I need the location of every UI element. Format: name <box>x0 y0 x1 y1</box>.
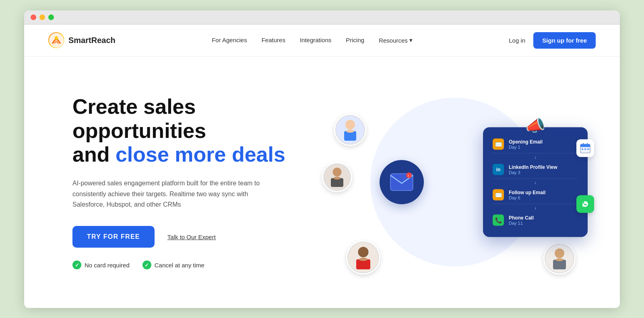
svg-point-3 <box>345 120 355 129</box>
svg-point-1 <box>55 36 58 40</box>
person-3-icon <box>347 242 379 273</box>
nav-link-resources[interactable]: Resources ▾ <box>379 37 413 44</box>
svg-point-13 <box>359 258 368 261</box>
nav-item-pricing[interactable]: Pricing <box>346 37 364 44</box>
avatar-4 <box>543 242 576 275</box>
person-2-icon <box>323 163 351 191</box>
hero-cta: TRY FOR FREE Talk to Our Expert <box>72 226 322 248</box>
step-3-day: Day 6 <box>509 195 578 200</box>
step-1-day: Day 1 <box>509 145 578 150</box>
close-dot[interactable] <box>31 14 36 20</box>
no-card-label: No card required <box>85 262 130 269</box>
no-card-badge: ✓ No card required <box>72 261 130 269</box>
chevron-down-icon: ▾ <box>409 37 413 44</box>
logo-icon <box>48 32 64 48</box>
svg-point-11 <box>358 247 369 257</box>
campaign-step-1: ✉️ Opening Email Day 1 <box>493 135 578 154</box>
browser-chrome <box>24 10 620 25</box>
calendar-badge <box>576 140 594 157</box>
navbar: SmartReach For Agencies Features Integra… <box>24 25 620 57</box>
svg-point-15 <box>555 248 564 258</box>
step-1-title: Opening Email <box>509 139 578 145</box>
step-4-day: Day 11 <box>509 221 578 226</box>
avatar-2 <box>322 162 352 192</box>
check-icon-1: ✓ <box>72 261 81 269</box>
nav-item-integrations[interactable]: Integrations <box>300 37 331 44</box>
check-icon-2: ✓ <box>142 261 151 269</box>
nav-link-agencies[interactable]: For Agencies <box>212 37 247 43</box>
hero-right: ! 📣 <box>322 82 588 283</box>
step-arrow-3: ↓ <box>493 204 578 211</box>
followup-email-icon: ✉️ <box>493 189 504 201</box>
nav-link-integrations[interactable]: Integrations <box>300 37 331 43</box>
svg-point-7 <box>333 168 342 176</box>
hero-description: AI-powered sales engagement platform bui… <box>72 178 266 210</box>
nav-item-agencies[interactable]: For Agencies <box>212 37 247 44</box>
svg-point-5 <box>346 129 354 133</box>
step-arrow-2: ↓ <box>493 179 578 186</box>
hero-title-blue: close more deals <box>116 143 285 166</box>
person-1-icon <box>335 115 365 145</box>
opening-email-icon: ✉️ <box>493 139 504 150</box>
hero-badges: ✓ No card required ✓ Cancel at any time <box>72 261 322 269</box>
cancel-label: Cancel at any time <box>155 262 204 269</box>
step-2-day: Day 3 <box>509 170 578 175</box>
step-4-title: Phone Call <box>509 215 578 221</box>
step-3-info: Follow up Email Day 6 <box>509 190 578 200</box>
minimize-dot[interactable] <box>39 14 45 20</box>
step-arrow-1: ↓ <box>493 154 578 161</box>
hero-title: Create sales opportunities and close mor… <box>72 95 322 167</box>
svg-rect-28 <box>584 149 586 150</box>
email-center-icon: ! <box>380 160 424 204</box>
megaphone-icon: 📣 <box>525 116 545 135</box>
svg-point-20 <box>406 172 412 178</box>
svg-rect-24 <box>580 146 590 147</box>
nav-item-features[interactable]: Features <box>262 37 285 44</box>
nav-item-resources[interactable]: Resources ▾ <box>379 37 413 44</box>
svg-rect-27 <box>582 149 583 150</box>
nav-link-pricing[interactable]: Pricing <box>346 37 364 43</box>
campaign-step-4: 📞 Phone Call Day 11 <box>493 211 578 229</box>
talk-to-expert-link[interactable]: Talk to Our Expert <box>167 234 216 240</box>
svg-point-9 <box>334 177 341 180</box>
linkedin-icon: in <box>493 164 504 175</box>
step-1-info: Opening Email Day 1 <box>509 139 578 150</box>
svg-point-17 <box>555 259 564 261</box>
whatsapp-badge <box>576 195 594 213</box>
nav-links: For Agencies Features Integrations Prici… <box>212 37 413 44</box>
person-4-icon <box>545 244 574 273</box>
step-4-info: Phone Call Day 11 <box>509 215 578 226</box>
step-3-title: Follow up Email <box>509 190 578 195</box>
hero-section: Create sales opportunities and close mor… <box>24 57 620 308</box>
svg-rect-29 <box>587 149 589 150</box>
campaign-card: 📣 <box>483 127 588 237</box>
campaign-step-3: ✉️ Follow up Email Day 6 <box>493 186 578 204</box>
phone-call-icon: 📞 <box>493 215 504 226</box>
login-link[interactable]: Log in <box>509 37 525 44</box>
nav-link-features[interactable]: Features <box>262 37 285 43</box>
browser-window: SmartReach For Agencies Features Integra… <box>24 10 620 308</box>
step-2-info: LinkedIn Profile View Day 3 <box>509 164 578 175</box>
cancel-badge: ✓ Cancel at any time <box>142 261 204 269</box>
svg-text:!: ! <box>408 174 409 178</box>
nav-actions: Log in Sign up for free <box>509 32 596 49</box>
avatar-1 <box>334 114 366 146</box>
page-content: SmartReach For Agencies Features Integra… <box>24 25 620 308</box>
avatar-3 <box>346 240 380 275</box>
step-2-title: LinkedIn Profile View <box>509 164 578 170</box>
try-for-free-button[interactable]: TRY FOR FREE <box>72 226 155 248</box>
logo-text: SmartReach <box>68 36 116 45</box>
campaign-step-2: in LinkedIn Profile View Day 3 <box>493 161 578 179</box>
hero-left: Create sales opportunities and close mor… <box>72 95 322 270</box>
svg-rect-16 <box>553 260 566 269</box>
signup-button[interactable]: Sign up for free <box>533 32 596 49</box>
maximize-dot[interactable] <box>48 14 54 20</box>
logo[interactable]: SmartReach <box>48 32 116 48</box>
